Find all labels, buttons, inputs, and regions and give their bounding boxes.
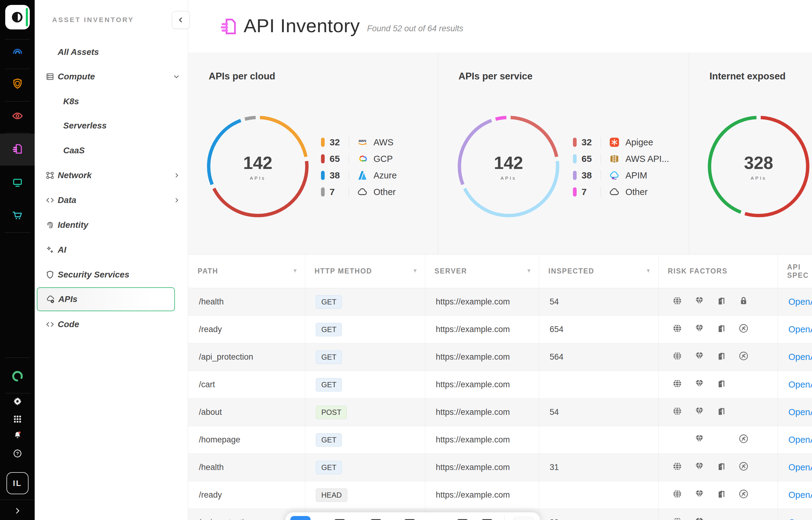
filter-funnel-icon[interactable] bbox=[646, 267, 651, 275]
compute-icon bbox=[43, 70, 57, 83]
nav-item-serverless[interactable]: Serverless bbox=[35, 114, 188, 138]
risk-internet-facing-icon bbox=[672, 378, 683, 391]
openapi-link[interactable]: OpenAPI bbox=[788, 380, 812, 390]
rail-api[interactable] bbox=[0, 134, 35, 165]
openapi-link[interactable]: OpenAPI bbox=[788, 435, 812, 445]
nav-item-k8s[interactable]: K8s bbox=[35, 89, 188, 113]
risk-crown-jewel-icon bbox=[694, 516, 705, 520]
data-icon bbox=[43, 193, 57, 207]
risk-open-door-icon bbox=[716, 489, 727, 501]
nav-item-identity[interactable]: Identity bbox=[35, 213, 188, 237]
table-row[interactable]: /health GET https://example.com 31 OpenA… bbox=[189, 454, 812, 482]
legend-swatch bbox=[321, 187, 325, 197]
asset-inventory-panel: ASSET INVENTORY All AssetsComputeK8sServ… bbox=[35, 0, 188, 520]
risk-factors-cell bbox=[658, 454, 778, 481]
legend-item-apigee: 32 Apigee bbox=[573, 134, 669, 151]
rail-eye[interactable] bbox=[0, 101, 35, 132]
openapi-link[interactable]: OpenAPI bbox=[788, 490, 812, 500]
risk-factors-cell bbox=[658, 509, 778, 520]
rail-orca-ring[interactable] bbox=[0, 362, 35, 392]
rail-settings-gear[interactable] bbox=[0, 394, 35, 410]
openapi-link[interactable]: OpenAPI bbox=[788, 407, 812, 417]
shield-icon bbox=[11, 78, 24, 91]
openapi-link[interactable]: OpenAPI bbox=[788, 462, 812, 472]
nav-item-data[interactable]: Data bbox=[35, 188, 188, 212]
openapi-link[interactable]: OpenAPI bbox=[788, 518, 812, 520]
donut-chart: 142 APIs bbox=[456, 114, 561, 218]
table-row[interactable]: /health GET https://example.com 54 OpenA… bbox=[189, 288, 812, 316]
legend-item-aws-api-: 65 AWS API... bbox=[573, 151, 669, 167]
rail-divider bbox=[5, 358, 30, 358]
inspected-cell: 31 bbox=[539, 454, 658, 481]
expand-rail-button[interactable] bbox=[0, 498, 35, 520]
inspected-cell: 654 bbox=[539, 316, 658, 343]
openapi-link[interactable]: OpenAPI bbox=[788, 297, 812, 307]
api-spec-cell: OpenAPI bbox=[778, 398, 812, 426]
nav-item-all-assets[interactable]: All Assets bbox=[35, 40, 188, 64]
orca-ring-icon bbox=[11, 370, 24, 384]
nav-item-network[interactable]: Network bbox=[35, 163, 188, 187]
rail-cart[interactable] bbox=[0, 200, 35, 232]
nav-item-code[interactable]: Code bbox=[35, 312, 188, 336]
table-row[interactable]: /ready HEAD https://example.com OpenAPI bbox=[189, 482, 812, 509]
chevron-right-icon[interactable] bbox=[173, 197, 180, 204]
risk-open-door-icon bbox=[716, 351, 727, 363]
legend-value: 7 bbox=[582, 187, 600, 197]
table-row[interactable]: /about POST https://example.com 54 OpenA… bbox=[189, 398, 812, 426]
toolbar-primary-button[interactable] bbox=[290, 516, 311, 520]
openapi-link[interactable]: OpenAPI bbox=[788, 352, 812, 362]
risk-internet-facing-icon bbox=[672, 461, 683, 474]
legend-label: APIM bbox=[625, 171, 647, 181]
rail-monitor[interactable] bbox=[0, 167, 35, 199]
legend-value: 65 bbox=[582, 154, 600, 164]
nav-item-security-services[interactable]: Security Services bbox=[35, 263, 188, 287]
nav-item-label: Data bbox=[58, 195, 76, 205]
table-row[interactable]: /api_protection GET https://example.com … bbox=[189, 343, 812, 371]
legend-divider bbox=[600, 170, 601, 181]
http-method-cell: GET bbox=[305, 316, 425, 343]
inspected-cell: 564 bbox=[539, 343, 658, 371]
chevron-down-icon[interactable] bbox=[173, 73, 180, 80]
chart-title: Internet exposed bbox=[710, 71, 786, 82]
table-row[interactable]: /cart GET https://example.com OpenAPI bbox=[189, 371, 812, 398]
rail-divider bbox=[5, 133, 30, 133]
column-label: INSPECTED bbox=[548, 267, 594, 275]
column-header-http-method: HTTP METHOD bbox=[305, 255, 425, 288]
legend-swatch bbox=[321, 138, 325, 147]
risk-lock-icon bbox=[738, 295, 749, 308]
nav-item-caas[interactable]: CaaS bbox=[35, 138, 188, 162]
chevron-right-icon[interactable] bbox=[173, 172, 180, 179]
legend-divider bbox=[349, 137, 349, 148]
rail-radar[interactable] bbox=[0, 36, 35, 68]
legend-item-other: 7 Other bbox=[321, 184, 397, 200]
filter-funnel-icon[interactable] bbox=[526, 267, 532, 275]
svg-text:?: ? bbox=[16, 451, 19, 456]
other-logo-icon bbox=[356, 186, 369, 198]
rail-divider bbox=[5, 232, 30, 233]
risk-factors-cell bbox=[658, 288, 778, 315]
user-avatar[interactable]: IL bbox=[0, 471, 35, 496]
panel-title: ASSET INVENTORY bbox=[52, 16, 134, 24]
toolbar-secondary-button[interactable] bbox=[513, 517, 533, 520]
apim-logo-icon bbox=[608, 169, 621, 182]
collapse-panel-button[interactable] bbox=[172, 11, 190, 29]
nav-item-apis[interactable]: APIs bbox=[37, 287, 175, 311]
rail-help[interactable]: ? bbox=[0, 446, 35, 462]
openapi-link[interactable]: OpenAPI bbox=[788, 324, 812, 335]
rail-notifications-bell[interactable] bbox=[0, 428, 35, 444]
api-table: PATHHTTP METHODSERVERINSPECTEDRISK FACTO… bbox=[189, 255, 812, 520]
nav-item-ai[interactable]: AI bbox=[35, 238, 188, 262]
donut-ring bbox=[707, 114, 811, 218]
other-logo-icon bbox=[608, 186, 621, 198]
filter-funnel-icon[interactable] bbox=[292, 267, 298, 275]
nav-item-compute[interactable]: Compute bbox=[35, 65, 188, 88]
rail-apps-grid[interactable] bbox=[0, 412, 35, 428]
table-row[interactable]: /homepage GET https://example.com OpenAP… bbox=[189, 426, 812, 454]
orca-logo[interactable] bbox=[5, 5, 30, 29]
rail-shield[interactable] bbox=[0, 68, 35, 100]
legend-swatch bbox=[321, 171, 325, 180]
legend-label: Azure bbox=[373, 171, 397, 181]
column-label: HTTP METHOD bbox=[315, 267, 372, 275]
filter-funnel-icon[interactable] bbox=[413, 267, 418, 275]
table-row[interactable]: /ready GET https://example.com 654 OpenA… bbox=[189, 316, 812, 343]
